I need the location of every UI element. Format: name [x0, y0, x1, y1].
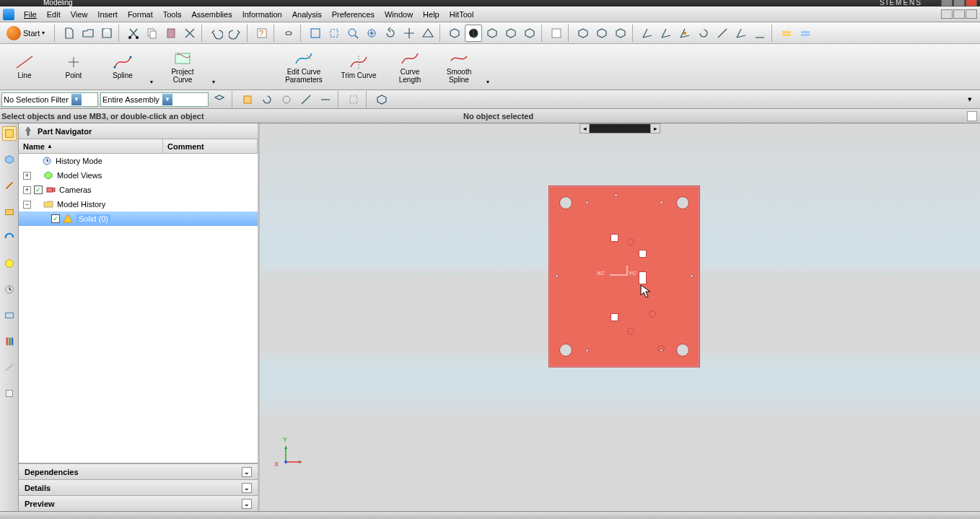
- fit-icon[interactable]: [307, 25, 324, 42]
- filter-icon-3[interactable]: [258, 91, 276, 108]
- assembly-navigator-tab[interactable]: [2, 152, 17, 167]
- filter-icon-5[interactable]: [297, 91, 315, 108]
- edit-curve-params-tool[interactable]: Edit Curve Parameters: [276, 45, 331, 89]
- expand-icon[interactable]: +: [23, 186, 31, 194]
- selection-scope-combo[interactable]: Entire Assembly▼: [100, 92, 209, 107]
- bar-options-icon[interactable]: ▾: [961, 91, 979, 108]
- maximize-button[interactable]: [953, 0, 965, 6]
- point-tool[interactable]: Point: [50, 45, 97, 89]
- filter-icon-4[interactable]: [278, 91, 295, 108]
- checkbox[interactable]: ✓: [51, 214, 60, 223]
- perspective-icon[interactable]: [419, 25, 437, 42]
- undo-icon[interactable]: [208, 25, 225, 42]
- menu-preferences[interactable]: Preferences: [327, 9, 380, 20]
- paste-icon[interactable]: [162, 25, 180, 42]
- shaded-icon[interactable]: [446, 25, 463, 42]
- filter-icon-6[interactable]: [317, 91, 334, 108]
- wcs-icon[interactable]: [639, 25, 656, 42]
- smooth-spline-tool[interactable]: Smooth Spline: [435, 45, 483, 89]
- smooth-dropdown[interactable]: ▾: [484, 44, 492, 90]
- menu-view[interactable]: View: [66, 9, 93, 20]
- filter-icon-1[interactable]: [211, 91, 228, 108]
- pan-icon[interactable]: [401, 25, 418, 42]
- background-icon[interactable]: [548, 25, 565, 42]
- web-browser-tab[interactable]: [2, 256, 17, 271]
- new-icon[interactable]: [61, 25, 78, 42]
- wcs-rotate-icon[interactable]: [695, 25, 712, 42]
- redo-icon[interactable]: [227, 25, 244, 42]
- reuse-library-tab[interactable]: [2, 204, 17, 219]
- tree-history-mode[interactable]: History Mode: [19, 154, 258, 168]
- roles-tab[interactable]: [2, 334, 17, 349]
- mdi-minimize[interactable]: [941, 9, 953, 19]
- spline-dropdown[interactable]: ▾: [147, 44, 156, 90]
- filter-icon-2[interactable]: [239, 91, 256, 108]
- static-wireframe-icon[interactable]: [484, 25, 501, 42]
- part-navigator-tab[interactable]: [2, 126, 17, 141]
- touch-mode-icon[interactable]: [280, 25, 297, 42]
- scroll-right-icon[interactable]: ▸: [650, 123, 660, 134]
- hd3d-tab[interactable]: [2, 230, 17, 245]
- minimize-button[interactable]: [941, 0, 953, 6]
- menu-hittool[interactable]: HitTool: [445, 9, 479, 20]
- zoom-in-out-icon[interactable]: [363, 25, 380, 42]
- zoom-area-icon[interactable]: [325, 25, 343, 42]
- close-button[interactable]: [966, 0, 977, 6]
- copy-icon[interactable]: [144, 25, 161, 42]
- checkbox[interactable]: ✓: [34, 186, 43, 194]
- graphics-viewport[interactable]: ◂ ▸: [260, 123, 980, 511]
- face-analysis-icon[interactable]: [521, 25, 538, 42]
- rotate-icon[interactable]: [382, 25, 399, 42]
- mdi-restore[interactable]: [953, 9, 965, 19]
- col-comment[interactable]: Comment: [163, 139, 258, 153]
- solid-body[interactable]: XC YC: [548, 186, 700, 367]
- wcs-origin-icon[interactable]: [676, 25, 694, 42]
- constraint-navigator-tab[interactable]: [2, 178, 17, 193]
- selection-filter-combo[interactable]: No Selection Filter▼: [1, 92, 98, 107]
- zoom-icon[interactable]: [344, 25, 362, 42]
- view-tab[interactable]: [590, 123, 650, 134]
- component-icon[interactable]: [373, 91, 390, 108]
- pin-icon[interactable]: [23, 126, 33, 136]
- wcs-save-icon[interactable]: [732, 25, 750, 42]
- wireframe-contrast-icon[interactable]: [465, 25, 482, 42]
- cut-icon[interactable]: [125, 25, 142, 42]
- scroll-left-icon[interactable]: ◂: [579, 123, 590, 134]
- clip-icon[interactable]: [574, 25, 592, 42]
- curve-length-tool[interactable]: Curve Length: [386, 45, 434, 89]
- tree-model-history[interactable]: − Model History: [19, 197, 258, 211]
- edit-section-icon[interactable]: [593, 25, 611, 42]
- fullscreen-icon[interactable]: [967, 111, 977, 121]
- menu-analysis[interactable]: Analysis: [287, 9, 327, 20]
- menu-edit[interactable]: Edit: [42, 9, 66, 20]
- menu-information[interactable]: Information: [237, 9, 287, 20]
- project-dropdown[interactable]: ▾: [209, 44, 218, 90]
- spline-tool[interactable]: Spline: [99, 45, 146, 89]
- wcs-display-icon[interactable]: [751, 25, 769, 42]
- menu-assemblies[interactable]: Assemblies: [186, 9, 237, 20]
- navigator-tree[interactable]: History Mode + Model Views + ✓ Cameras −…: [19, 154, 258, 463]
- tree-model-views[interactable]: + Model Views: [19, 168, 258, 183]
- menu-help[interactable]: Help: [418, 9, 445, 20]
- layer-settings-icon[interactable]: [778, 25, 795, 42]
- collapse-icon[interactable]: −: [23, 201, 31, 209]
- misc-tab-1[interactable]: [2, 360, 17, 375]
- misc-tab-2[interactable]: [2, 386, 17, 401]
- col-name[interactable]: Name ▲: [19, 139, 163, 153]
- see-thru-icon[interactable]: [612, 25, 629, 42]
- tree-solid[interactable]: ✓ Solid (0): [19, 211, 258, 226]
- menu-window[interactable]: Window: [380, 9, 418, 20]
- line-tool[interactable]: Line: [1, 45, 48, 89]
- tree-cameras[interactable]: + ✓ Cameras: [19, 183, 258, 197]
- system-tab[interactable]: [2, 308, 17, 323]
- command-finder-icon[interactable]: ?: [253, 25, 271, 42]
- snap-icon[interactable]: [345, 91, 362, 108]
- menu-file[interactable]: File: [19, 9, 42, 20]
- open-icon[interactable]: [79, 25, 97, 42]
- project-curve-tool[interactable]: Project Curve: [157, 45, 209, 89]
- history-tab[interactable]: [2, 282, 17, 297]
- mdi-close[interactable]: [966, 9, 977, 19]
- start-button[interactable]: Start ▾: [3, 24, 51, 43]
- dependencies-section[interactable]: Dependencies⌄: [19, 463, 258, 479]
- layer-visible-icon[interactable]: [797, 25, 814, 42]
